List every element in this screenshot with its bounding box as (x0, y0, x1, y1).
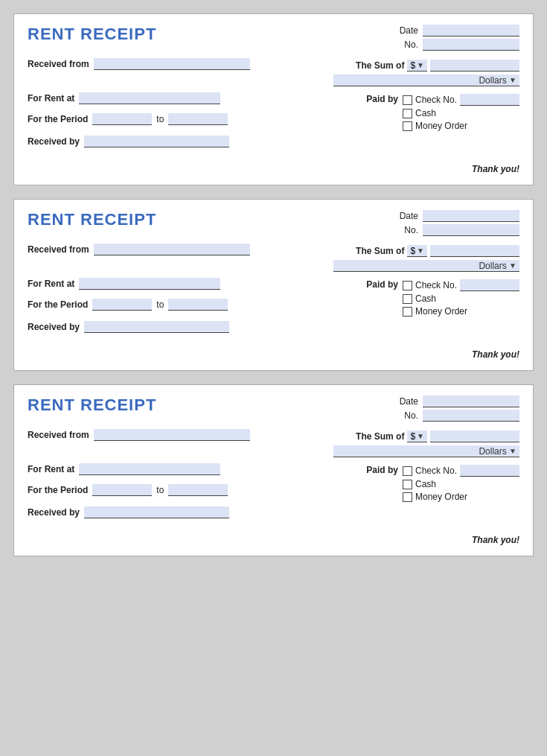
dollars-field-2[interactable]: Dollars ▼ (333, 260, 519, 272)
sum-dollar-1[interactable]: $▼ (407, 60, 427, 72)
date-input-1[interactable] (423, 25, 519, 36)
received-by-input-1[interactable] (84, 136, 229, 147)
no-label-1: No. (404, 39, 418, 50)
money-order-checkbox-2[interactable] (403, 307, 412, 317)
no-label-2: No. (404, 225, 418, 235)
dollars-arrow-1: ▼ (509, 76, 516, 84)
received-from-input-3[interactable] (94, 429, 250, 441)
thank-you-2: Thank you! (472, 349, 519, 360)
no-label-3: No. (404, 410, 418, 421)
cash-label-2: Cash (415, 293, 436, 304)
period-from-input-2[interactable] (92, 299, 152, 311)
no-input-2[interactable] (423, 224, 519, 236)
check-no-checkbox-3[interactable] (403, 466, 412, 476)
sum-input-3[interactable] (430, 431, 519, 442)
check-no-input-3[interactable] (460, 465, 519, 477)
period-to-input-3[interactable] (168, 484, 228, 496)
received-by-section-3: Received by (28, 506, 519, 530)
received-by-section-1: Received by (28, 136, 519, 159)
receipt-2: RENT RECEIPT Date No. Received from The … (13, 199, 534, 371)
dollars-field-3[interactable]: Dollars ▼ (333, 445, 519, 457)
money-order-checkbox-3[interactable] (403, 492, 412, 502)
received-from-label-3: Received from (28, 430, 89, 440)
money-order-label-2: Money Order (415, 306, 467, 317)
no-input-3[interactable] (423, 410, 519, 422)
received-by-label-1: Received by (28, 136, 80, 147)
received-from-label-1: Received from (28, 59, 89, 69)
left-fields-3: For Rent at For the Period to (28, 463, 228, 502)
dollars-label-1: Dollars (479, 75, 506, 86)
money-order-label-1: Money Order (415, 121, 467, 131)
check-no-checkbox-2[interactable] (403, 281, 412, 290)
check-no-label-2: Check No. (415, 280, 457, 290)
date-label-2: Date (400, 211, 418, 221)
for-rent-label-2: For Rent at (28, 279, 74, 289)
sum-of-label-1: The Sum of (356, 60, 404, 71)
period-label-2: For the Period (28, 299, 88, 310)
right-fields-2: Paid by Check No. Cash Money Order (366, 279, 519, 317)
paid-by-label-3: Paid by (366, 465, 398, 475)
cash-label-1: Cash (415, 108, 436, 118)
check-no-label-1: Check No. (415, 95, 457, 105)
period-to-input-2[interactable] (168, 299, 228, 311)
date-no-area-3: Date No. (400, 396, 519, 422)
sum-of-label-2: The Sum of (356, 246, 404, 256)
received-by-section-2: Received by (28, 321, 519, 345)
date-input-3[interactable] (423, 396, 519, 407)
dollars-label-2: Dollars (479, 261, 506, 271)
for-rent-label-1: For Rent at (28, 93, 74, 104)
for-rent-input-3[interactable] (79, 463, 220, 475)
sum-dollar-3[interactable]: $▼ (407, 431, 427, 442)
receipt-3: RENT RECEIPT Date No. Received from The … (13, 384, 534, 556)
sum-of-label-3: The Sum of (356, 431, 404, 442)
check-no-input-2[interactable] (460, 279, 519, 291)
period-from-input-3[interactable] (92, 484, 152, 496)
cash-checkbox-2[interactable] (403, 294, 412, 304)
receipt-1: RENT RECEIPT Date No. Received from The … (13, 13, 534, 185)
period-from-input-1[interactable] (92, 113, 152, 125)
money-order-label-3: Money Order (415, 492, 467, 502)
received-by-label-2: Received by (28, 322, 80, 332)
dollars-arrow-3: ▼ (509, 447, 516, 455)
sum-input-1[interactable] (430, 60, 519, 72)
check-no-label-3: Check No. (415, 466, 457, 476)
dollars-field-1[interactable]: Dollars ▼ (333, 74, 519, 86)
check-no-checkbox-1[interactable] (403, 95, 412, 105)
receipt-title-3: RENT RECEIPT (28, 396, 156, 415)
cash-checkbox-1[interactable] (403, 109, 412, 118)
checkboxes-1: Check No. Cash Money Order (403, 94, 519, 131)
received-from-input-1[interactable] (94, 58, 250, 70)
receipt-title-2: RENT RECEIPT (28, 210, 156, 229)
received-by-input-2[interactable] (84, 321, 229, 333)
date-label-3: Date (400, 396, 418, 407)
for-rent-input-1[interactable] (79, 92, 220, 104)
period-to-input-1[interactable] (168, 113, 228, 125)
dollars-arrow-2: ▼ (509, 261, 516, 270)
dollars-label-3: Dollars (479, 446, 506, 457)
paid-by-label-2: Paid by (366, 279, 398, 290)
checkboxes-2: Check No. Cash Money Order (403, 279, 519, 317)
date-no-area-2: Date No. (400, 210, 519, 236)
cash-checkbox-3[interactable] (403, 480, 412, 489)
date-label-1: Date (400, 25, 418, 36)
to-label-3: to (156, 485, 164, 495)
for-rent-label-3: For Rent at (28, 464, 74, 474)
received-by-input-3[interactable] (84, 506, 229, 518)
date-input-2[interactable] (423, 210, 519, 222)
money-order-checkbox-1[interactable] (403, 121, 412, 131)
to-label-2: to (156, 299, 164, 310)
thank-you-1: Thank you! (472, 164, 519, 174)
check-no-input-1[interactable] (460, 94, 519, 106)
cash-label-3: Cash (415, 479, 436, 489)
right-fields-1: Paid by Check No. Cash Money Order (366, 94, 519, 131)
sum-input-2[interactable] (430, 245, 519, 257)
for-rent-input-2[interactable] (79, 278, 220, 290)
no-input-1[interactable] (423, 39, 519, 51)
period-label-3: For the Period (28, 485, 88, 495)
received-from-label-2: Received from (28, 244, 89, 255)
receipt-title-1: RENT RECEIPT (28, 25, 156, 44)
received-by-label-3: Received by (28, 507, 80, 518)
sum-dollar-2[interactable]: $▼ (407, 245, 427, 257)
period-label-1: For the Period (28, 114, 88, 124)
received-from-input-2[interactable] (94, 244, 250, 255)
